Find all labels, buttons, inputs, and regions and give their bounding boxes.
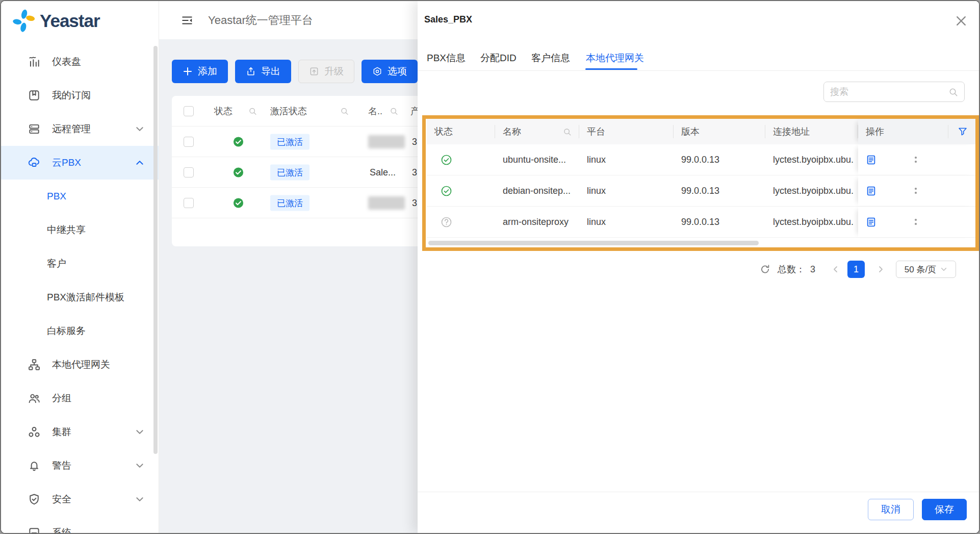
yeastar-logo-icon <box>12 9 36 33</box>
plus-icon <box>183 66 193 77</box>
sidebar-item-security[interactable]: 安全 <box>1 482 159 516</box>
search-icon[interactable] <box>563 128 572 136</box>
product-value: 3 <box>412 167 417 177</box>
bookmark-icon <box>28 89 41 102</box>
sidebar-item-system[interactable]: 系统 <box>1 516 159 534</box>
select-all-checkbox[interactable] <box>184 106 194 116</box>
status-badge: 已激活 <box>270 164 310 180</box>
sidebar-item-label: PBX激活邮件模板 <box>47 291 124 304</box>
tab-assign-did[interactable]: 分配DID <box>480 46 517 70</box>
add-button[interactable]: 添加 <box>172 60 228 83</box>
gateway-version: 99.0.0.13 <box>681 186 719 196</box>
tab-label: PBX信息 <box>427 52 466 65</box>
column-platform: 平台 <box>579 119 674 144</box>
drawer-title: Sales_PBX <box>424 14 472 25</box>
close-icon[interactable] <box>955 14 968 28</box>
gear-icon <box>372 66 382 77</box>
gateway-address: lyctest.byoipbx.ubu. <box>773 217 854 227</box>
search-input[interactable] <box>830 87 944 97</box>
column-address: 连接地址 <box>765 119 858 144</box>
upgrade-button[interactable]: 升级 <box>298 60 354 83</box>
sidebar-item-label: 集群 <box>52 425 71 439</box>
gateway-row[interactable]: ubuntu-onsite... linux 99.0.0.13 lyctest… <box>427 144 975 175</box>
tab-label: 分配DID <box>480 52 517 65</box>
search-icon[interactable] <box>340 107 349 115</box>
table-row[interactable]: 已激活 Sale... 3 <box>172 157 424 188</box>
search-icon[interactable] <box>248 107 257 115</box>
cluster-icon <box>28 425 41 439</box>
gateway-name: arm-onsiteproxy <box>503 217 569 227</box>
sidebar-item-dashboard[interactable]: 仪表盘 <box>1 45 159 79</box>
sidebar-item-local-proxy-gateway[interactable]: 本地代理网关 <box>1 348 159 382</box>
gateway-search <box>823 82 965 102</box>
search-icon[interactable] <box>390 107 398 115</box>
pagination: 总数： 3 1 50 条/页 <box>418 259 979 279</box>
sidebar-item-trunk-sharing[interactable]: 中继共享 <box>1 213 159 247</box>
export-button[interactable]: 导出 <box>235 60 291 83</box>
more-actions-icon[interactable] <box>915 186 917 195</box>
column-version: 版本 <box>674 119 765 144</box>
sidebar-item-pbx-activation-email-template[interactable]: PBX激活邮件模板 <box>1 281 159 314</box>
log-document-icon[interactable] <box>866 186 876 196</box>
row-checkbox[interactable] <box>184 167 194 177</box>
table-row[interactable]: 已激活 3 <box>172 188 424 218</box>
yeastar-logo: Yeastar <box>12 9 100 33</box>
sidebar-item-customers[interactable]: 客户 <box>1 247 159 281</box>
gateway-row[interactable]: arm-onsiteproxy linux 99.0.0.13 lyctest.… <box>427 207 975 238</box>
cancel-button[interactable]: 取消 <box>868 499 914 520</box>
highlight-box: 状态 名称 平台 版本 连接地址 操作 ubuntu-onsite... lin… <box>422 115 979 251</box>
filter-funnel-icon[interactable] <box>958 126 968 137</box>
server-icon <box>28 122 41 136</box>
sidebar-scrollbar[interactable] <box>153 46 158 454</box>
gateway-row[interactable]: debian-onsitep... linux 99.0.0.13 lyctes… <box>427 175 975 207</box>
sidebar-item-alerts[interactable]: 警告 <box>1 449 159 482</box>
sidebar-item-groups[interactable]: 分组 <box>1 382 159 415</box>
table-row[interactable]: 已激活 3 <box>172 126 424 157</box>
more-actions-icon[interactable] <box>915 155 917 164</box>
sidebar-item-cloud-pbx[interactable]: 云PBX <box>1 146 159 180</box>
sidebar-item-label: 警告 <box>52 459 71 472</box>
sidebar-item-label: 客户 <box>47 257 66 270</box>
sidebar-item-label: 中继共享 <box>47 223 86 237</box>
sidebar-item-label: 本地代理网关 <box>52 358 110 371</box>
search-icon[interactable] <box>948 87 958 97</box>
log-document-icon[interactable] <box>866 217 876 227</box>
sidebar-item-subscription[interactable]: 我的订阅 <box>1 79 159 112</box>
refresh-icon[interactable] <box>760 264 770 275</box>
row-checkbox[interactable] <box>184 137 194 147</box>
options-button-label: 选项 <box>388 65 407 78</box>
tab-customer-info[interactable]: 客户信息 <box>531 46 570 70</box>
row-checkbox[interactable] <box>184 198 194 208</box>
sidebar-item-pbx[interactable]: PBX <box>1 180 159 213</box>
export-icon <box>246 66 256 77</box>
page-number[interactable]: 1 <box>847 261 865 278</box>
menu-fold-icon[interactable] <box>180 14 194 27</box>
pbx-name: Sale... <box>370 167 396 177</box>
sidebar-item-white-label[interactable]: 白标服务 <box>1 314 159 348</box>
chevron-down-icon <box>135 427 144 437</box>
horizontal-scrollbar[interactable] <box>428 241 759 245</box>
yeastar-logo-text: Yeastar <box>40 11 100 31</box>
column-activation: 激活状态 <box>270 105 307 117</box>
gateway-version: 99.0.0.13 <box>681 217 719 227</box>
check-circle-outline-icon <box>441 154 452 166</box>
page-title: Yeastar统一管理平台 <box>208 13 313 28</box>
network-tree-icon <box>28 358 41 371</box>
more-actions-icon[interactable] <box>915 217 917 226</box>
check-circle-icon <box>233 197 244 209</box>
sidebar-item-cluster[interactable]: 集群 <box>1 415 159 449</box>
tab-pbx-info[interactable]: PBX信息 <box>427 46 466 70</box>
status-badge: 已激活 <box>270 195 310 211</box>
options-button[interactable]: 选项 <box>362 60 418 83</box>
upgrade-button-label: 升级 <box>324 65 344 78</box>
save-button[interactable]: 保存 <box>922 499 967 520</box>
page-size-select[interactable]: 50 条/页 <box>896 261 956 278</box>
column-name: 名称 <box>495 119 579 144</box>
system-icon <box>28 526 41 534</box>
log-document-icon[interactable] <box>866 155 876 165</box>
next-page-icon[interactable] <box>876 265 885 273</box>
sidebar-item-remote-management[interactable]: 远程管理 <box>1 112 159 146</box>
check-circle-outline-icon <box>441 185 452 197</box>
tab-local-proxy-gateway[interactable]: 本地代理网关 <box>586 46 644 70</box>
prev-page-icon[interactable] <box>832 265 840 273</box>
